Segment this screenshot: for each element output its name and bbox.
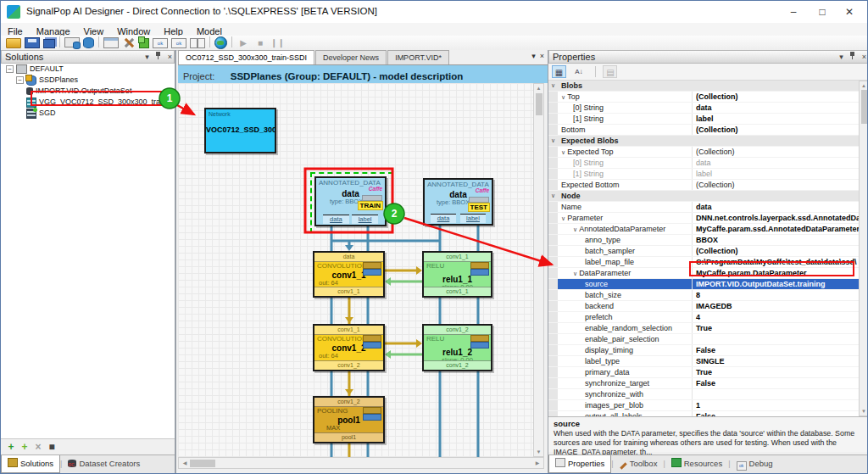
package-green-icon[interactable] <box>139 38 149 48</box>
split-window-icon[interactable] <box>190 38 205 48</box>
output-port[interactable]: conv1_2 <box>314 360 383 370</box>
output-port-data[interactable]: data <box>323 215 349 224</box>
property-synchronize-target[interactable]: synchronize_targetFalse <box>548 378 860 389</box>
property-value[interactable]: 8 <box>693 290 860 300</box>
kill-icon[interactable]: ■ <box>45 441 58 453</box>
pin-icon[interactable] <box>156 52 160 59</box>
pause-icon[interactable]: ❙❙ <box>270 36 284 48</box>
property-name[interactable]: Namedata <box>548 202 860 213</box>
output-port[interactable]: conv1_1 <box>314 287 383 296</box>
maximize-button[interactable]: □ <box>810 4 835 20</box>
node-data-train[interactable]: ANNOTATED_DATA Caffe TRAIN data type: BB… <box>314 176 387 226</box>
database-icon[interactable] <box>83 37 94 48</box>
property-value[interactable]: (Collection) <box>693 92 860 102</box>
tools-icon[interactable] <box>122 37 136 49</box>
dataset-window-icon[interactable] <box>64 37 80 47</box>
property-value[interactable]: DNN.net.controls.layerpack.ssd.Annotated… <box>693 213 860 223</box>
property-value[interactable]: False <box>693 378 860 388</box>
scroll-up-icon[interactable]: ▲ <box>534 85 543 92</box>
scroll-down-icon[interactable]: ▼ <box>860 408 868 415</box>
tree-item-ssdplanes[interactable]: −SSDPlanes <box>1 75 175 86</box>
property-batch-size[interactable]: batch_size8 <box>548 290 860 301</box>
property-enable-random-selection[interactable]: enable_random_selectionTrue <box>548 323 860 334</box>
property-value[interactable] <box>693 389 860 399</box>
scroll-down-icon[interactable]: ▼ <box>534 449 543 455</box>
window-position-icon[interactable]: ▾ <box>839 53 843 61</box>
tree-item-default[interactable]: −DEFAULT <box>1 64 175 75</box>
categorized-view-icon[interactable]: ▦ <box>552 65 566 78</box>
tree-expander-icon[interactable]: − <box>16 76 24 84</box>
output-port-label[interactable]: label <box>460 214 486 223</box>
tab-solutions[interactable]: Solutions <box>1 455 60 473</box>
property-display-timing[interactable]: display_timingFalse <box>548 345 860 356</box>
property-value[interactable]: IMAGEDB <box>693 301 860 311</box>
property-dataparameter[interactable]: ∨DataParameterMyCaffe.param.DataParamete… <box>548 268 860 279</box>
document-tab-import-vid-[interactable]: IMPORT.VID* <box>387 50 449 64</box>
input-port[interactable]: conv1_1 <box>424 253 491 262</box>
node-conv1_1[interactable]: data CONVOLUTION conv1_1 out: 64 k: 3, s… <box>313 251 385 298</box>
save-all-icon[interactable] <box>43 39 55 48</box>
add-group-icon[interactable]: + <box>18 441 31 453</box>
expand-chevron-icon[interactable]: ∨ <box>573 270 577 276</box>
property-value[interactable]: label <box>693 114 860 124</box>
output-port[interactable]: pool1 <box>314 432 383 442</box>
property-synchronize-with[interactable]: synchronize_with <box>548 389 860 400</box>
tab-resources[interactable]: Resources <box>665 455 728 472</box>
add-icon[interactable]: + <box>4 441 18 453</box>
open-icon[interactable] <box>6 38 21 48</box>
pin-icon[interactable] <box>850 52 854 59</box>
expand-chevron-icon[interactable]: ∨ <box>573 226 577 232</box>
property-bottom[interactable]: Bottom(Collection) <box>548 125 860 136</box>
document-tab-developer-news[interactable]: Developer News <box>315 50 387 64</box>
test-window-icon[interactable]: ok <box>153 38 168 48</box>
scroll-up-icon[interactable]: ▲ <box>860 82 868 89</box>
property-images-per-blob[interactable]: images_per_blob1 <box>548 400 860 411</box>
scrollbar-thumb[interactable] <box>536 93 542 115</box>
canvas-vertical-scrollbar[interactable]: ▲ ▼ <box>533 83 544 457</box>
tree-item-vgg-voc0712-ssd-300x300-train[interactable]: VGG_VOC0712_SSD_300x300_train <box>1 97 175 108</box>
property-value[interactable]: 1 <box>693 400 860 410</box>
node-data-test[interactable]: ANNOTATED_DATA Caffe TEST data type: BBO… <box>423 178 493 226</box>
property-value[interactable]: BBOX <box>693 235 860 245</box>
property-top[interactable]: ∨Top(Collection) <box>548 92 860 103</box>
property-value[interactable]: label <box>693 169 860 179</box>
scrollbar-thumb[interactable] <box>190 460 215 467</box>
property-label-type[interactable]: label_typeSINGLE <box>548 356 860 367</box>
property--0-string[interactable]: [0] Stringdata <box>548 103 860 114</box>
property-pages-icon[interactable]: ▤ <box>603 65 617 78</box>
model-canvas[interactable]: Network VOC0712_SSD_300x3 ANNOTATED_DATA… <box>178 83 533 457</box>
document-tab-oc0712-ssd-300x300-train-ssdi[interactable]: OC0712_SSD_300x300_train-SSDI <box>178 50 314 64</box>
tab-list-icon[interactable]: ▾ <box>531 52 536 60</box>
property-value[interactable]: (Collection) <box>693 180 860 190</box>
test-window-2-icon[interactable]: ok <box>171 38 186 48</box>
property-backend[interactable]: backendIMAGEDB <box>548 301 860 312</box>
property-value[interactable]: IMPORT.VID.OutputDataSet.training <box>693 279 860 289</box>
grid-scrollbar[interactable]: ▲ ▼ <box>859 81 868 416</box>
property--1-string[interactable]: [1] Stringlabel <box>548 169 860 180</box>
scroll-left-icon[interactable]: ◀ <box>181 458 188 469</box>
output-port[interactable]: conv1_2 <box>424 360 491 370</box>
tree-item-import-vid-outputdataset[interactable]: IMPORT.VID.OutputDataSet <box>1 86 175 97</box>
scrollbar-thumb[interactable] <box>861 90 868 124</box>
property-value[interactable]: (Collection) <box>693 125 860 135</box>
tree-expander-icon[interactable]: − <box>6 65 14 73</box>
property-annotateddataparameter[interactable]: ∨AnnotatedDataParameterMyCaffe.param.ssd… <box>548 224 860 235</box>
property-value[interactable]: True <box>693 323 860 333</box>
input-port[interactable]: conv1_1 <box>314 326 383 335</box>
property-expected-bottom[interactable]: Expected Bottom(Collection) <box>548 180 860 191</box>
tab-debug[interactable]: okDebug <box>731 455 779 472</box>
close-panel-icon[interactable]: × <box>862 53 866 61</box>
node-network[interactable]: Network VOC0712_SSD_300x3 <box>204 108 276 153</box>
property-value[interactable]: MyCaffe.param.ssd.AnnotatedDataParameter <box>693 224 860 234</box>
property-expected-top[interactable]: ∨Expected Top(Collection) <box>548 147 860 158</box>
property-value[interactable]: (Collection) <box>693 246 860 256</box>
output-port[interactable]: conv1_1 <box>424 287 491 296</box>
property-source[interactable]: sourceIMPORT.VID.OutputDataSet.training <box>548 279 860 290</box>
output-port-label[interactable]: label <box>352 215 378 224</box>
property-prefetch[interactable]: prefetch4 <box>548 312 860 323</box>
input-port[interactable]: conv1_2 <box>314 398 383 407</box>
property-value[interactable]: MyCaffe.param.DataParameter <box>693 268 860 278</box>
property-batch-sampler[interactable]: batch_sampler(Collection) <box>548 246 860 257</box>
property-label-map-file[interactable]: label_map_fileC:\ProgramData\MyCaffe\tes… <box>548 257 860 268</box>
property-value[interactable]: C:\ProgramData\MyCaffe\test_data\data\ss… <box>693 257 860 267</box>
